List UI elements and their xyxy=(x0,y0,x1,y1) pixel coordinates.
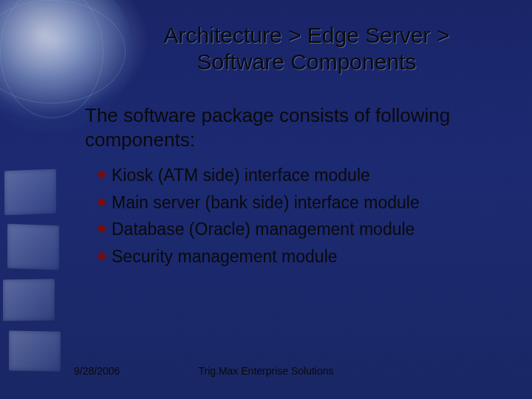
decorative-thumb xyxy=(4,169,56,215)
decorative-thumb xyxy=(3,279,55,321)
decorative-thumb xyxy=(7,224,59,270)
bullet-icon: ✸ xyxy=(96,216,107,242)
slide-title: Architecture > Edge Server > Software Co… xyxy=(126,22,488,75)
bullet-icon: ✸ xyxy=(96,190,107,215)
bullet-icon: ✸ xyxy=(96,244,107,269)
bullet-list: ✸ Kiosk (ATM side) interface module ✸ Ma… xyxy=(96,163,488,270)
bullet-text: Security management module xyxy=(112,244,338,270)
list-item: ✸ Main server (bank side) interface modu… xyxy=(96,190,488,216)
intro-text: The software package consists of followi… xyxy=(85,103,488,151)
footer-org: Trig.Max Enterprise Solutions xyxy=(0,365,532,377)
slide: Architecture > Edge Server > Software Co… xyxy=(0,0,532,399)
side-thumbnail-strip xyxy=(0,148,66,399)
bullet-icon: ✸ xyxy=(96,163,107,188)
bullet-text: Main server (bank side) interface module xyxy=(112,190,420,216)
bullet-text: Database (Oracle) management module xyxy=(112,216,415,242)
list-item: ✸ Database (Oracle) management module xyxy=(96,216,488,242)
list-item: ✸ Security management module xyxy=(96,244,488,270)
list-item: ✸ Kiosk (ATM side) interface module xyxy=(96,163,488,188)
bullet-text: Kiosk (ATM side) interface module xyxy=(112,163,370,188)
